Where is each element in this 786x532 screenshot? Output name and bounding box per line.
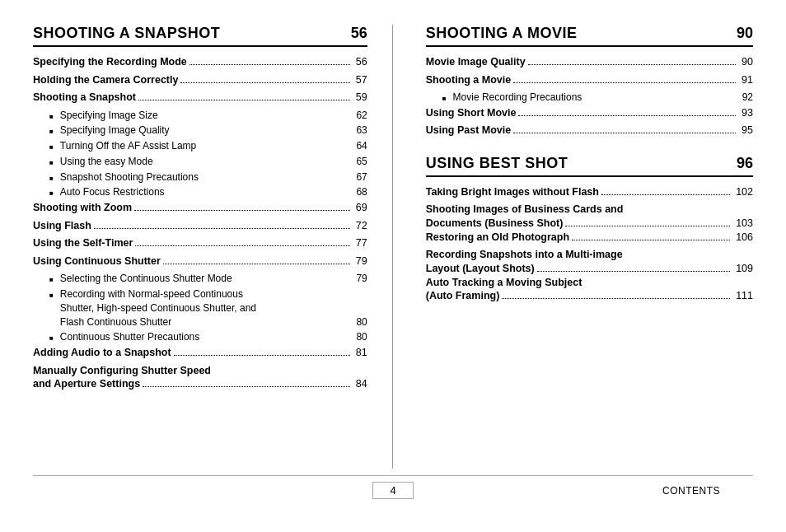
toc-entry-short-movie: Using Short Movie 93: [426, 106, 753, 121]
sub-page: 63: [356, 124, 367, 138]
entry-page: 90: [742, 55, 753, 70]
sub-title: ■Auto Focus Restrictions: [49, 185, 165, 199]
sub-entry-snapshot-precautions: ■Snapshot Shooting Precautions 67: [33, 170, 367, 184]
entry-title-line2: and Aperture Settings: [33, 378, 140, 390]
entry-top-line: Recording Snapshots into a Multi-image: [426, 248, 753, 263]
entry-page: 56: [356, 55, 367, 70]
sub-title-text: Recording with Normal-speed ContinuousSh…: [60, 287, 256, 329]
entry-title: Using Flash: [33, 219, 91, 234]
entry-page: 69: [356, 201, 367, 216]
left-column: SHOOTING A SNAPSHOT 56 Specifying the Re…: [33, 25, 393, 469]
right-section-header-movie: SHOOTING A MOVIE 90: [426, 25, 753, 47]
dots: [502, 298, 730, 299]
footer-area: 4 CONTENTS: [33, 475, 753, 499]
bullet-icon: ■: [442, 94, 447, 103]
toc-entry-shooting-snapshot: Shooting a Snapshot 59: [33, 91, 367, 105]
entry-title: Using Short Movie: [426, 106, 517, 121]
sub-title: ■Specifying Image Quality: [49, 124, 170, 138]
entry-title: Taking Bright Images without Flash: [426, 185, 599, 200]
toc-entry-business-cards: Shooting Images of Business Cards and Do…: [426, 203, 753, 229]
sub-page: 62: [356, 109, 367, 123]
dots: [572, 240, 730, 240]
entry-top-line: Auto Tracking a Moving Subject: [426, 276, 753, 291]
entry-title-line2: Documents (Business Shot): [426, 217, 564, 229]
entry-title-line2: Layout (Layout Shots): [426, 263, 535, 274]
entry-title: Shooting a Snapshot: [33, 91, 136, 105]
entry-page: 106: [736, 231, 753, 245]
sub-entry-selecting-continuous: ■Selecting the Continuous Shutter Mode 7…: [33, 272, 367, 286]
toc-entry-using-flash: Using Flash 72: [33, 219, 367, 234]
entry-page: 59: [356, 91, 367, 105]
right-column: SHOOTING A MOVIE 90 Movie Image Quality …: [393, 25, 753, 469]
sub-title: ■Specifying Image Size: [49, 109, 158, 123]
dots: [601, 194, 730, 195]
entry-title: Using Continuous Shutter: [33, 254, 161, 269]
footer-line: [33, 475, 753, 476]
sub-entry-image-size: ■Specifying Image Size 62: [33, 109, 367, 123]
entry-second-line: and Aperture Settings 84: [33, 378, 367, 390]
bullet-icon: ■: [49, 189, 54, 198]
toc-entry-bright-images: Taking Bright Images without Flash 102: [426, 185, 753, 200]
bullet-icon: ■: [49, 334, 54, 343]
entry-second-line: Layout (Layout Shots) 109: [426, 263, 753, 274]
dots: [138, 100, 350, 100]
sub-entry-image-quality: ■Specifying Image Quality 63: [33, 124, 367, 138]
entry-title: Shooting a Movie: [426, 73, 511, 88]
sub-entry-movie-precautions: ■Movie Recording Precautions 92: [426, 91, 753, 105]
bullet-icon: ■: [49, 291, 54, 300]
dots: [163, 264, 350, 264]
toc-entry-shooting-zoom: Shooting with Zoom 69: [33, 201, 367, 216]
entry-title: Adding Audio to a Snapshot: [33, 346, 171, 361]
entry-page: 81: [356, 346, 367, 361]
sub-page: 64: [356, 139, 367, 153]
entry-page: 72: [356, 219, 367, 234]
entry-page: 102: [736, 185, 753, 200]
dots: [134, 210, 350, 211]
entry-second-line: (Auto Framing) 111: [426, 290, 753, 301]
entry-page: 109: [736, 263, 753, 274]
entry-title: Shooting with Zoom: [33, 201, 132, 216]
sub-page: 80: [356, 315, 367, 329]
toc-entry-movie-quality: Movie Image Quality 90: [426, 55, 753, 70]
sub-title: ■Selecting the Continuous Shutter Mode: [49, 272, 232, 286]
dots: [180, 82, 349, 83]
bullet-icon: ■: [49, 127, 54, 136]
toc-entry-adding-audio: Adding Audio to a Snapshot 81: [33, 346, 367, 361]
sub-title: ■Using the easy Mode: [49, 155, 153, 169]
entry-title: Using Past Movie: [426, 124, 512, 138]
toc-entry-past-movie: Using Past Movie 95: [426, 124, 753, 138]
sub-entry-easy-mode: ■Using the easy Mode 65: [33, 155, 367, 169]
entry-page: 91: [742, 73, 753, 88]
entry-page: 84: [356, 378, 367, 390]
page-container: SHOOTING A SNAPSHOT 56 Specifying the Re…: [0, 0, 786, 532]
sub-page: 68: [356, 185, 367, 199]
bullet-icon: ■: [49, 112, 54, 121]
dots: [528, 64, 736, 65]
bullet-icon: ■: [49, 142, 54, 152]
entry-title: Movie Image Quality: [426, 55, 526, 70]
left-section-number: 56: [351, 25, 367, 42]
left-section-title: SHOOTING A SNAPSHOT: [33, 25, 220, 42]
dots: [518, 115, 736, 116]
entry-title: Using the Self-Timer: [33, 236, 133, 251]
entry-title: Restoring an Old Photograph: [426, 231, 569, 245]
sub-entry-continuous-precautions: ■Continuous Shutter Precautions 80: [33, 330, 367, 344]
sub-title: ■Movie Recording Precautions: [442, 91, 582, 105]
sub-page: 92: [742, 91, 753, 105]
sub-title: ■Recording with Normal-speed ContinuousS…: [49, 287, 256, 329]
entry-title: Holding the Camera Correctly: [33, 73, 178, 88]
toc-entry-specifying-recording-mode: Specifying the Recording Mode 56: [33, 55, 367, 70]
sub-entry-recording-continuous: ■Recording with Normal-speed ContinuousS…: [33, 287, 367, 329]
bullet-icon: ■: [49, 174, 54, 183]
entry-page: 93: [742, 106, 753, 121]
sub-title: ■Turning Off the AF Assist Lamp: [49, 139, 196, 153]
toc-entry-multi-image: Recording Snapshots into a Multi-image L…: [426, 248, 753, 274]
toc-entry-restoring-photograph: Restoring an Old Photograph 106: [426, 231, 753, 245]
entry-page: 103: [736, 217, 753, 229]
content-area: SHOOTING A SNAPSHOT 56 Specifying the Re…: [33, 25, 753, 469]
entry-title-line2: (Auto Framing): [426, 290, 500, 301]
right-section-title-movie: SHOOTING A MOVIE: [426, 25, 578, 42]
dots: [135, 245, 350, 246]
entry-page: 79: [356, 254, 367, 269]
sub-title: ■Continuous Shutter Precautions: [49, 330, 199, 344]
